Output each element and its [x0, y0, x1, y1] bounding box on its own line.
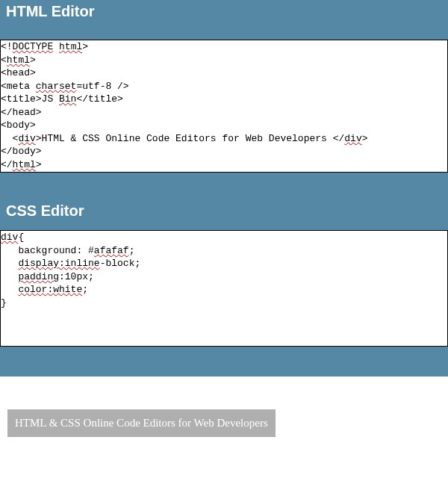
output-preview: HTML & CSS Online Code Editors for Web D…	[0, 402, 448, 477]
html-editor-title: HTML Editor	[6, 3, 95, 19]
output-div: HTML & CSS Online Code Editors for Web D…	[7, 409, 276, 437]
css-editor-container: div{ background: #afafaf; display:inline…	[0, 230, 448, 347]
html-editor-header: HTML Editor	[0, 0, 448, 40]
css-editor-header: CSS Editor	[0, 173, 448, 230]
css-editor-textarea[interactable]: div{ background: #afafaf; display:inline…	[1, 231, 447, 309]
css-editor-title: CSS Editor	[6, 202, 84, 219]
blue-spacer	[0, 347, 448, 376]
white-spacer	[0, 376, 448, 402]
html-editor-textarea[interactable]: <!DOCTYPE html> <html> <head> <meta char…	[1, 40, 447, 171]
html-editor-container: <!DOCTYPE html> <html> <head> <meta char…	[0, 40, 448, 173]
